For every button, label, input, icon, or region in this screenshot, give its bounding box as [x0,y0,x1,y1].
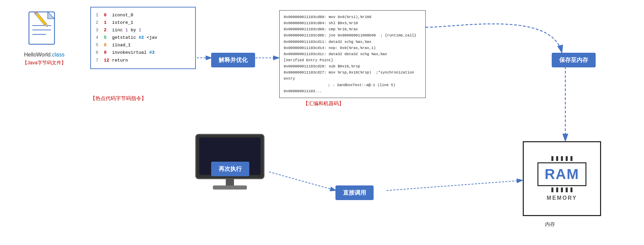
svg-line-18 [269,172,336,191]
save-button: 保存至内存 [552,53,596,67]
ram-text: RAM [545,166,579,182]
bytecode-line-4: 4 5 getstatic #2 <jav [96,34,190,42]
bytecode-box: 1 0 iconst_0 2 1 istore_1 3 2 iinc 1 by … [90,7,196,69]
bytecode-line-1: 1 0 iconst_0 [96,12,190,19]
bytecode-line-2: 2 1 istore_1 [96,19,190,27]
ram-pins-bottom [551,187,572,192]
svg-rect-12 [213,185,247,190]
bytecode-line-5: 5 8 iload_1 [96,42,190,49]
direct-call-button: 直接调用 [335,185,374,200]
file-title: HelloWorld.class [24,51,65,59]
assembly-label: 【汇编和机器码】 [303,100,344,107]
interpret-button: 解释并优化 [211,53,255,67]
bytecode-line-3: 3 2 iinc 1 by 1 [96,27,190,34]
bytecode-line-7: 7 12 return [96,57,190,64]
bytecode-line-6: 6 9 invokevirtual #3 [96,49,190,56]
ram-chip: RAM [537,156,586,192]
file-main-name: HelloWorld [24,52,51,58]
file-icon-area: HelloWorld.class 【Java字节码文件】 [14,10,75,66]
ram-body: RAM [537,162,586,186]
svg-line-19 [387,180,523,191]
ram-pins-top [551,156,572,161]
file-icon [27,10,61,51]
memory-caption: 内存 [545,221,555,228]
assembly-box: 0x000000011103cd80: mov 0x8(%rsi),%r10d … [279,10,426,98]
file-class-ext: .class [51,52,65,58]
file-subtitle: 【Java字节码文件】 [22,60,66,66]
reexec-button: 再次执行 [211,162,249,176]
memory-label: MEMORY [547,195,577,201]
svg-rect-11 [226,179,234,185]
ram-memory-box: RAM MEMORY [523,141,601,216]
bytecode-label: 【热点代码字节码指令】 [90,95,146,102]
